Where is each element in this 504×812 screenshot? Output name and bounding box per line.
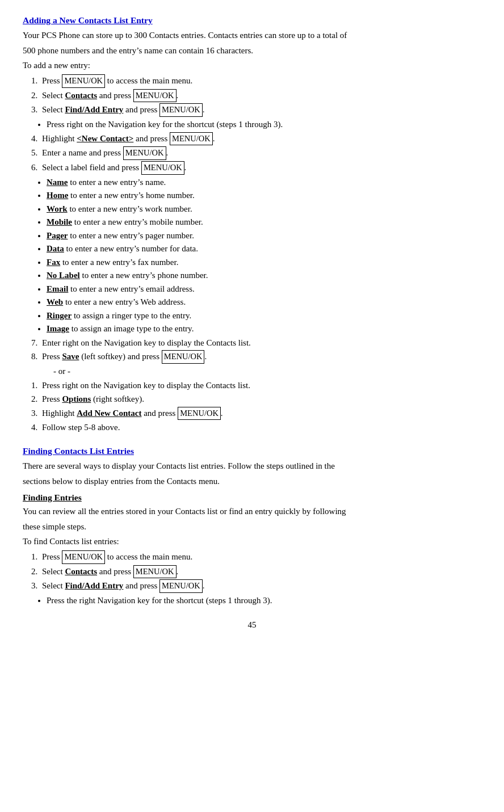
new-contact-label: <New Contact> bbox=[77, 134, 133, 143]
label-mobile: Mobile to enter a new entry’s mobile num… bbox=[47, 216, 481, 229]
section-finding: Finding Contacts List Entries There are … bbox=[23, 444, 481, 607]
findadd-label-f3: Find/Add Entry bbox=[65, 581, 123, 590]
label-pager: Pager to enter a new entry’s pager numbe… bbox=[47, 229, 481, 242]
label-name: Name to enter a new entry’s name. bbox=[47, 176, 481, 189]
intro-line1: Your PCS Phone can store up to 300 Conta… bbox=[23, 29, 481, 42]
finding-intro2: sections below to display entries from t… bbox=[23, 475, 481, 488]
label-image: Image to assign an image type to the ent… bbox=[47, 322, 481, 335]
menuok-kbd-f1: MENU/OK bbox=[62, 550, 105, 564]
main-steps-list: Press MENU/OK to access the main menu. S… bbox=[40, 74, 481, 117]
label-work: Work to enter a new entry’s work number. bbox=[47, 203, 481, 216]
alt-steps-list: Press right on the Navigation key to dis… bbox=[40, 379, 481, 434]
menuok-kbd-4: MENU/OK bbox=[170, 132, 213, 146]
menuok-kbd-6: MENU/OK bbox=[141, 161, 184, 175]
sub-intro2: these simple steps. bbox=[23, 520, 481, 533]
section-adding: Adding a New Contacts List Entry Your PC… bbox=[23, 14, 481, 434]
label-email: Email to enter a new entry’s email addre… bbox=[47, 283, 481, 296]
intro-line2: 500 phone numbers and the entry’s name c… bbox=[23, 44, 481, 57]
main-steps-list-2: Highlight <New Contact> and press MENU/O… bbox=[40, 132, 481, 175]
label-nolabel: No Label to enter a new entry’s phone nu… bbox=[47, 269, 481, 282]
label-data: Data to enter a new entry’s number for d… bbox=[47, 242, 481, 255]
label-fax: Fax to enter a new entry’s fax number. bbox=[47, 256, 481, 269]
contacts-label-f2: Contacts bbox=[65, 567, 97, 576]
label-web: Web to enter a new entry’s Web address. bbox=[47, 296, 481, 309]
page-number: 45 bbox=[23, 619, 481, 632]
finding-bullets: Press the right Navigation key for the s… bbox=[47, 594, 481, 607]
alt-step-1: Press right on the Navigation key to dis… bbox=[40, 379, 481, 392]
finding-intro1: There are several ways to display your C… bbox=[23, 460, 481, 473]
or-line: - or - bbox=[53, 365, 481, 378]
step-5: Enter a name and press MENU/OK. bbox=[40, 146, 481, 160]
find-step-1: Press MENU/OK to access the main menu. bbox=[40, 550, 481, 564]
findadd-label: Find/Add Entry bbox=[65, 105, 123, 114]
alt-step-4: Follow step 5-8 above. bbox=[40, 421, 481, 434]
find-step-2: Select Contacts and press MENU/OK. bbox=[40, 565, 481, 579]
add-new-contact-label: Add New Contact bbox=[77, 409, 141, 418]
step-4: Highlight <New Contact> and press MENU/O… bbox=[40, 132, 481, 146]
label-items-list: Name to enter a new entry’s name. Home t… bbox=[47, 176, 481, 335]
label-ringer: Ringer to assign a ringer type to the en… bbox=[47, 309, 481, 322]
bullet-shortcut-1: Press right on the Navigation key for th… bbox=[47, 118, 481, 131]
save-label: Save bbox=[62, 352, 79, 361]
subsection-title-finding: Finding Entries bbox=[23, 491, 481, 504]
step-1: Press MENU/OK to access the main menu. bbox=[40, 74, 481, 88]
bullet-list-1: Press right on the Navigation key for th… bbox=[47, 118, 481, 131]
step-2: Select Contacts and press MENU/OK. bbox=[40, 89, 481, 103]
main-steps-list-3: Enter right on the Navigation key to dis… bbox=[40, 336, 481, 364]
menuok-kbd-1: MENU/OK bbox=[62, 74, 105, 88]
sub-intro1: You can review all the entries stored in… bbox=[23, 505, 481, 518]
section-title-adding: Adding a New Contacts List Entry bbox=[23, 14, 481, 27]
menuok-kbd-8: MENU/OK bbox=[178, 407, 221, 420]
add-intro: To add a new entry: bbox=[23, 59, 481, 72]
menuok-kbd-5: MENU/OK bbox=[123, 146, 166, 160]
finding-steps-list: Press MENU/OK to access the main menu. S… bbox=[40, 550, 481, 593]
label-home: Home to enter a new entry’s home number. bbox=[47, 189, 481, 202]
options-label: Options bbox=[62, 394, 91, 403]
step-7: Enter right on the Navigation key to dis… bbox=[40, 336, 481, 350]
section-title-finding: Finding Contacts List Entries bbox=[23, 444, 481, 457]
find-step-3: Select Find/Add Entry and press MENU/OK. bbox=[40, 579, 481, 593]
find-intro: To find Contacts list entries: bbox=[23, 535, 481, 548]
menuok-kbd-7: MENU/OK bbox=[162, 350, 205, 364]
menuok-kbd-3: MENU/OK bbox=[159, 103, 203, 117]
alt-step-2: Press Options (right softkey). bbox=[40, 393, 481, 406]
find-bullet-1: Press the right Navigation key for the s… bbox=[47, 594, 481, 607]
step-8: Press Save (left softkey) and press MENU… bbox=[40, 350, 481, 364]
menuok-kbd-2: MENU/OK bbox=[133, 89, 177, 103]
menuok-kbd-f3: MENU/OK bbox=[159, 579, 203, 593]
step-6: Select a label field and press MENU/OK. bbox=[40, 161, 481, 175]
menuok-kbd-f2: MENU/OK bbox=[133, 565, 177, 579]
step-3: Select Find/Add Entry and press MENU/OK. bbox=[40, 103, 481, 117]
contacts-label-1: Contacts bbox=[65, 91, 97, 100]
alt-step-3: Highlight Add New Contact and press MENU… bbox=[40, 407, 481, 420]
